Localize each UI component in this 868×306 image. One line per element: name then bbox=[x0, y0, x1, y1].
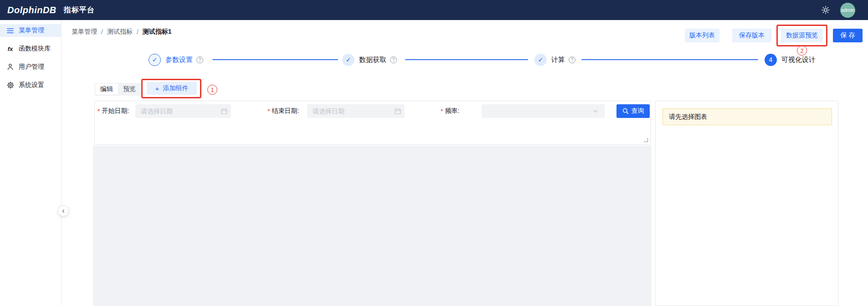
annotation-number-1: 1 bbox=[207, 85, 217, 95]
start-date-label: * 开始日期: bbox=[98, 104, 129, 118]
gear-icon bbox=[6, 82, 14, 89]
required-mark: * bbox=[98, 107, 100, 115]
annotation-1-label: 1 bbox=[211, 87, 214, 93]
check-icon: ✓ bbox=[342, 54, 354, 66]
menu-icon bbox=[6, 27, 14, 35]
tab-edit[interactable]: 编辑 bbox=[95, 84, 118, 95]
chart-config-panel: 请先选择图表 bbox=[655, 101, 838, 306]
sidebar-nav: 菜单管理 fx 函数模块库 用户管理 bbox=[0, 20, 62, 306]
version-list-button[interactable]: 版本列表 bbox=[685, 29, 719, 42]
step-connector bbox=[405, 59, 528, 60]
frequency-select[interactable] bbox=[482, 104, 605, 118]
step-number-badge: 4 bbox=[765, 54, 777, 66]
dolphindb-logo: DolphinDB bbox=[7, 5, 56, 15]
end-date-label: * 结束日期: bbox=[267, 104, 299, 118]
chevron-left-icon: ‹ bbox=[62, 207, 64, 215]
sidebar-item-label: 菜单管理 bbox=[19, 26, 44, 35]
parameter-form-panel: * 开始日期: * 结束日期: * 频率: bbox=[94, 101, 651, 145]
frequency-label: * 频率: bbox=[441, 104, 459, 118]
chevron-down-icon bbox=[593, 108, 598, 114]
help-icon[interactable]: ? bbox=[569, 56, 575, 63]
start-date-label-text: 开始日期: bbox=[102, 107, 129, 115]
help-icon[interactable]: ? bbox=[390, 56, 397, 63]
edit-preview-segmented-control: 编辑 预览 bbox=[94, 83, 142, 96]
step-label: 数据获取 bbox=[359, 56, 386, 64]
required-mark: * bbox=[267, 107, 270, 115]
sidebar-item-label: 用户管理 bbox=[19, 63, 44, 71]
sidebar-item-function-library[interactable]: fx 函数模块库 bbox=[0, 42, 62, 55]
query-button-label: 查询 bbox=[632, 107, 644, 115]
check-icon: ✓ bbox=[149, 54, 161, 66]
fx-icon: fx bbox=[6, 45, 14, 53]
end-date-input[interactable] bbox=[307, 104, 405, 118]
design-canvas bbox=[93, 146, 652, 306]
sun-icon bbox=[822, 6, 830, 14]
help-icon[interactable]: ? bbox=[196, 56, 203, 63]
theme-toggle-sun-icon[interactable] bbox=[821, 5, 830, 15]
step-visualization-design[interactable]: 4 可视化设计 bbox=[765, 53, 816, 66]
breadcrumb-separator: / bbox=[97, 28, 107, 36]
breadcrumb-item[interactable]: 测试指标 bbox=[107, 28, 133, 36]
resize-handle[interactable] bbox=[644, 138, 648, 142]
check-icon: ✓ bbox=[534, 54, 547, 66]
user-avatar[interactable]: admin bbox=[840, 3, 855, 18]
app-title: 指标平台 bbox=[64, 5, 95, 15]
save-button[interactable]: 保 存 bbox=[833, 29, 863, 42]
sidebar-item-label: 函数模块库 bbox=[19, 45, 51, 53]
step-parameter-settings[interactable]: ✓ 参数设置 ? bbox=[149, 53, 203, 66]
sidebar-item-label: 系统设置 bbox=[19, 81, 44, 89]
step-connector bbox=[212, 59, 338, 60]
breadcrumb: 菜单管理 / 测试指标 / 测试指标1 bbox=[72, 28, 172, 36]
tab-preview[interactable]: 预览 bbox=[118, 84, 141, 95]
frequency-label-text: 频率: bbox=[445, 107, 459, 115]
sidebar-item-system-settings[interactable]: 系统设置 bbox=[0, 79, 62, 92]
breadcrumb-item[interactable]: 菜单管理 bbox=[72, 28, 97, 36]
sidebar-collapse-button[interactable]: ‹ bbox=[58, 205, 69, 216]
end-date-label-text: 结束日期: bbox=[272, 107, 299, 115]
header-right-group: admin bbox=[821, 0, 868, 20]
sidebar-item-user-management[interactable]: 用户管理 bbox=[0, 61, 62, 73]
add-component-button[interactable]: + 添加组件 bbox=[147, 82, 197, 95]
step-connector bbox=[581, 59, 758, 60]
breadcrumb-separator: / bbox=[133, 28, 143, 36]
start-date-input[interactable] bbox=[135, 104, 231, 118]
save-version-button[interactable]: 保存版本 bbox=[732, 29, 771, 42]
step-calculation[interactable]: ✓ 计算 ? bbox=[534, 53, 575, 66]
breadcrumb-current: 测试指标1 bbox=[143, 28, 172, 36]
step-label: 计算 bbox=[551, 56, 565, 64]
app-root: DolphinDB 指标平台 admin bbox=[0, 0, 868, 306]
step-label: 参数设置 bbox=[165, 56, 193, 64]
search-icon bbox=[622, 108, 629, 114]
query-button[interactable]: 查询 bbox=[616, 104, 650, 118]
sidebar-item-menu-management[interactable]: 菜单管理 bbox=[0, 24, 62, 37]
datasource-preview-button[interactable]: 数据源预览 bbox=[781, 29, 823, 42]
plus-icon: + bbox=[155, 85, 159, 92]
required-mark: * bbox=[441, 107, 443, 115]
add-component-label: 添加组件 bbox=[163, 84, 188, 92]
user-icon bbox=[6, 63, 14, 71]
step-label: 可视化设计 bbox=[781, 56, 816, 64]
top-header-bar: DolphinDB 指标平台 admin bbox=[0, 0, 868, 20]
step-data-fetch[interactable]: ✓ 数据获取 ? bbox=[342, 53, 397, 66]
select-chart-alert: 请先选择图表 bbox=[663, 108, 832, 125]
